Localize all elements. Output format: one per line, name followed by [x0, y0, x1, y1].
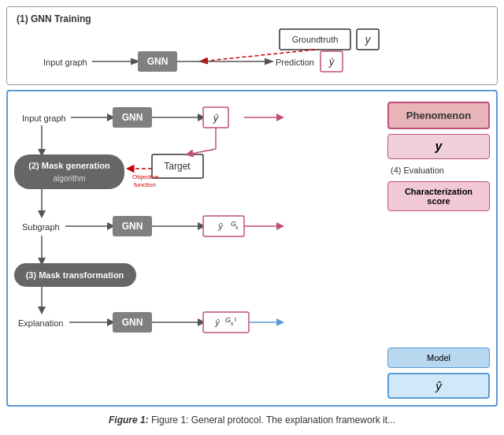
- pipeline-left: Input graph GNN ŷ (2) Mask generation al…: [14, 98, 381, 399]
- svg-line-30: [187, 149, 216, 154]
- svg-text:GNN: GNN: [147, 56, 169, 67]
- y-hat-model-box: ŷ: [387, 373, 490, 399]
- svg-text:Explanation: Explanation: [18, 318, 64, 328]
- svg-text:Objective: Objective: [132, 173, 159, 180]
- svg-text:s: s: [235, 225, 239, 230]
- caption-text: Figure 1: General protocol. The explanat…: [151, 415, 395, 426]
- pipeline-svg: Input graph GNN ŷ (2) Mask generation al…: [14, 98, 369, 366]
- caption-bold: Figure 1:: [109, 415, 149, 426]
- training-label: (1) GNN Training: [17, 13, 487, 24]
- gnn-training-section: (1) GNN Training Groundtruth y Input gra…: [6, 6, 498, 85]
- svg-text:s: s: [231, 321, 234, 326]
- svg-text:G: G: [225, 316, 231, 324]
- training-svg: Groundtruth y Input graph GNN Prediction: [28, 28, 476, 79]
- main-container: (1) GNN Training Groundtruth y Input gra…: [0, 0, 504, 435]
- svg-text:Input graph: Input graph: [22, 113, 66, 123]
- svg-text:GNN: GNN: [122, 221, 143, 232]
- svg-text:Target: Target: [164, 161, 191, 172]
- pipeline-right: Phenomenon y (4) Evaluation Characteriza…: [387, 98, 490, 399]
- svg-text:function: function: [134, 181, 156, 188]
- svg-text:Subgraph: Subgraph: [22, 222, 60, 232]
- phenomenon-label: Phenomenon: [406, 110, 471, 121]
- svg-text:algorithm: algorithm: [53, 174, 85, 183]
- svg-text:(2) Mask generation: (2) Mask generation: [28, 161, 110, 170]
- svg-text:Groundtruth: Groundtruth: [292, 35, 339, 44]
- y-hat-label: ŷ: [435, 379, 442, 392]
- y-label: y: [435, 139, 443, 153]
- svg-text:t: t: [235, 317, 236, 322]
- svg-text:GNN: GNN: [122, 317, 143, 328]
- caption: Figure 1: Figure 1: General protocol. Th…: [6, 411, 498, 429]
- svg-text:GNN: GNN: [122, 112, 143, 123]
- y-value-box: y: [387, 134, 490, 159]
- svg-rect-21: [14, 154, 124, 189]
- char-score-label: Characterization score: [405, 187, 472, 206]
- svg-text:Input graph: Input graph: [43, 58, 87, 67]
- svg-text:y: y: [365, 33, 372, 46]
- phenomenon-box: Phenomenon: [387, 102, 490, 129]
- pipeline-section: Input graph GNN ŷ (2) Mask generation al…: [6, 90, 498, 407]
- spacer: [387, 216, 490, 343]
- svg-text:(3) Mask transformation: (3) Mask transformation: [26, 270, 124, 280]
- training-content: Groundtruth y Input graph GNN Prediction: [17, 29, 487, 76]
- svg-text:Prediction: Prediction: [276, 58, 314, 67]
- model-label: Model: [427, 353, 450, 362]
- char-score-box: Characterization score: [387, 181, 490, 211]
- eval-label: (4) Evaluation: [387, 164, 490, 177]
- model-box: Model: [387, 348, 490, 368]
